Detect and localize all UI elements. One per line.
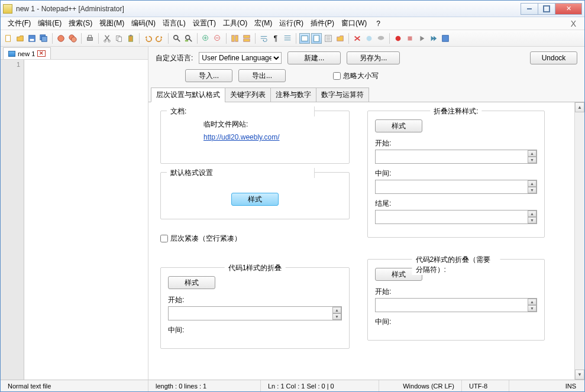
- open-file-icon[interactable]: [15, 33, 25, 44]
- scroll-up-icon[interactable]: ▲: [575, 102, 584, 112]
- tab-folding-default[interactable]: 层次设置与默认格式: [151, 88, 225, 102]
- cut-icon[interactable]: [102, 33, 112, 44]
- menu-encoding[interactable]: 编码(N): [128, 17, 159, 30]
- menu-help[interactable]: ?: [373, 18, 384, 29]
- find-icon[interactable]: [172, 33, 182, 44]
- menu-view[interactable]: 视图(M): [96, 17, 128, 30]
- svg-point-30: [396, 35, 401, 41]
- udl-tabs: 层次设置与默认格式 关键字列表 注释与数字 数字与运算符: [148, 87, 584, 102]
- disk-icon: [8, 51, 15, 57]
- svg-point-17: [186, 35, 190, 39]
- spinner-icon[interactable]: ▲▼: [528, 210, 536, 223]
- vertical-scrollbar[interactable]: ▲ ▼: [574, 102, 584, 380]
- status-filetype: Normal text file: [1, 380, 148, 391]
- export-button[interactable]: 导出...: [238, 69, 286, 82]
- save-all-icon[interactable]: [38, 33, 49, 44]
- temp-site-link[interactable]: http://udl20.weebly.com/: [203, 133, 280, 141]
- file-tab-new1[interactable]: new 1 ✕: [3, 47, 51, 59]
- stop-icon[interactable]: [405, 33, 415, 44]
- sync-h-icon[interactable]: [241, 33, 252, 44]
- svg-rect-0: [6, 35, 11, 41]
- tab-close-icon[interactable]: ✕: [37, 50, 46, 57]
- comment-icon[interactable]: [376, 33, 386, 44]
- tab-operators[interactable]: 数字与运算符: [316, 88, 369, 102]
- doc-map-icon[interactable]: [311, 33, 322, 44]
- save-icon[interactable]: [27, 33, 37, 44]
- menubar-close-icon[interactable]: X: [566, 19, 581, 28]
- menu-file[interactable]: 文件(F): [4, 17, 34, 30]
- ignorecase-checkbox[interactable]: 忽略大小写: [333, 71, 379, 81]
- fold1-style-button[interactable]: 样式: [168, 276, 215, 289]
- fold-comment-start-label: 开始:: [375, 138, 537, 148]
- redo-icon[interactable]: [154, 33, 165, 44]
- menu-plugins[interactable]: 插件(P): [307, 17, 338, 30]
- close-all-icon[interactable]: [67, 33, 78, 44]
- group-fold-comment-legend: 折叠注释样式:: [430, 106, 481, 116]
- fold-comment-mid-input[interactable]: [375, 180, 537, 194]
- udl-icon[interactable]: [299, 33, 310, 44]
- spinner-icon[interactable]: ▲▼: [528, 180, 536, 193]
- maximize-button[interactable]: [538, 3, 555, 15]
- paste-icon[interactable]: [125, 33, 136, 44]
- svg-rect-13: [118, 37, 121, 41]
- menu-run[interactable]: 运行(R): [276, 17, 307, 30]
- save-macro-icon[interactable]: [440, 33, 451, 44]
- show-all-icon[interactable]: ¶: [270, 33, 281, 44]
- group-default-legend: 默认格式设置: [167, 168, 315, 178]
- new-button[interactable]: 新建...: [287, 51, 341, 64]
- undock-button[interactable]: Undock: [530, 51, 577, 64]
- print-icon[interactable]: [85, 33, 95, 44]
- group-fold1: 代码1样式的折叠 样式 开始: ▲▼ 中间:: [160, 267, 350, 349]
- replace-icon[interactable]: [183, 33, 194, 44]
- copy-icon[interactable]: [114, 33, 124, 44]
- svg-point-29: [378, 35, 384, 40]
- folder-icon[interactable]: [335, 33, 345, 44]
- menu-search[interactable]: 搜索(S): [65, 17, 96, 30]
- default-style-button[interactable]: 样式: [231, 193, 279, 206]
- tab-keywords[interactable]: 关键字列表: [225, 88, 271, 102]
- menu-settings[interactable]: 设置(T): [189, 17, 219, 30]
- file-tabs: new 1 ✕: [1, 47, 148, 60]
- undo-icon[interactable]: [143, 33, 153, 44]
- svg-rect-25: [302, 35, 308, 41]
- menu-language[interactable]: 语言(L): [159, 17, 189, 30]
- close-file-icon[interactable]: [56, 33, 66, 44]
- monitor-icon[interactable]: [352, 33, 363, 44]
- menu-tools[interactable]: 工具(O): [219, 17, 251, 30]
- sync-v-icon[interactable]: [230, 33, 240, 44]
- compact-checkbox[interactable]: 层次紧凑（空行紧凑）: [160, 234, 350, 244]
- menu-macro[interactable]: 宏(M): [251, 17, 276, 30]
- fold2-start-input[interactable]: [375, 298, 537, 312]
- spinner-icon[interactable]: ▲▼: [332, 307, 341, 320]
- play-icon[interactable]: [416, 33, 427, 44]
- spinner-icon[interactable]: ▲▼: [528, 150, 536, 163]
- fold-comment-end-input[interactable]: [375, 210, 537, 224]
- scroll-down-icon[interactable]: ▼: [575, 370, 584, 380]
- play-multi-icon[interactable]: [428, 33, 439, 44]
- svg-rect-31: [408, 36, 412, 40]
- zoom-in-icon[interactable]: [201, 33, 211, 44]
- svg-rect-14: [129, 35, 133, 41]
- func-list-icon[interactable]: [323, 33, 334, 44]
- new-file-icon[interactable]: [3, 33, 14, 44]
- fold-comment-start-input[interactable]: [375, 150, 537, 164]
- fold1-start-input[interactable]: [168, 306, 342, 320]
- record-icon[interactable]: [393, 33, 403, 44]
- saveas-button[interactable]: 另存为...: [347, 51, 400, 64]
- import-button[interactable]: 导入...: [185, 69, 232, 82]
- zoom-out-icon[interactable]: [212, 33, 223, 44]
- menu-window[interactable]: 窗口(W): [338, 17, 370, 30]
- tab-comment-number[interactable]: 注释与数字: [270, 88, 316, 102]
- fold-comment-style-button[interactable]: 样式: [375, 119, 422, 132]
- close-button[interactable]: [555, 3, 582, 15]
- wordwrap-icon[interactable]: [258, 33, 269, 44]
- language-select[interactable]: User Define Language: [199, 52, 282, 64]
- spinner-icon[interactable]: ▲▼: [528, 299, 536, 312]
- group-fold2-legend: 代码2样式的折叠（需要分隔符）:: [412, 255, 500, 275]
- menu-edit[interactable]: 编辑(E): [34, 17, 65, 30]
- indent-guide-icon[interactable]: [282, 33, 293, 44]
- spell-icon[interactable]: [364, 33, 374, 44]
- status-position: Ln : 1 Col : 1 Sel : 0 | 0: [261, 380, 379, 391]
- text-area[interactable]: [24, 60, 148, 380]
- minimize-button[interactable]: [521, 3, 538, 15]
